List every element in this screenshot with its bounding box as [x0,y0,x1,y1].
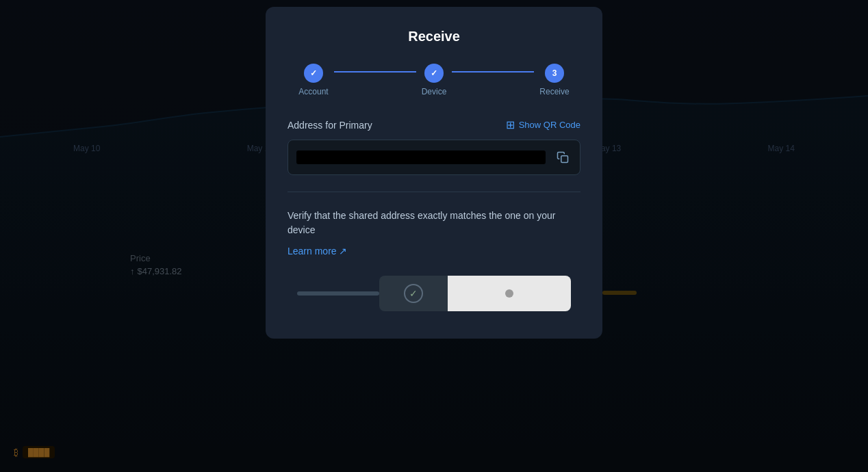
divider [288,192,580,192]
address-header: Address for Primary ⊞ Show QR Code [288,118,580,131]
address-label: Address for Primary [288,120,372,131]
address-text-redacted [296,150,546,164]
device-cable [297,291,379,296]
step-2-label: Device [422,87,447,96]
learn-more-link[interactable]: Learn more ↗ [288,246,347,257]
step-connector-1 [334,71,416,73]
step-1-circle: ✓ [304,64,323,83]
step-3-circle: 3 [545,64,564,83]
svg-rect-1 [561,156,568,163]
step-account: ✓ Account [298,64,328,96]
learn-more-icon: ↗ [339,246,347,257]
step-1-label: Account [298,87,328,96]
device-body: ✓ [379,276,448,311]
device-dot [505,289,513,298]
device-area: ✓ [288,276,580,311]
copy-address-button[interactable] [554,148,572,166]
step-device: ✓ Device [422,64,447,96]
learn-more-label: Learn more [288,246,337,257]
device-check-icon: ✓ [409,288,418,299]
show-qr-label: Show QR Code [519,120,580,130]
device-screen [448,276,571,311]
stepper: ✓ Account ✓ Device 3 Receive [288,64,580,96]
step-3-icon: 3 [552,68,557,78]
step-receive: 3 Receive [539,64,569,96]
modal-overlay: Receive ✓ Account ✓ Device 3 [0,0,868,472]
step-2-icon: ✓ [431,68,437,78]
receive-modal: Receive ✓ Account ✓ Device 3 [266,7,602,339]
verify-text: Verify that the shared address exactly m… [288,209,580,237]
show-qr-button[interactable]: ⊞ Show QR Code [506,118,580,131]
modal-title: Receive [288,29,580,44]
step-3-label: Receive [539,87,569,96]
verify-section: Verify that the shared address exactly m… [288,209,580,257]
step-1-icon: ✓ [310,68,317,78]
step-connector-2 [452,71,534,73]
qr-icon: ⊞ [506,118,515,131]
device-check-circle: ✓ [404,284,423,303]
step-2-circle: ✓ [424,64,444,83]
address-box [288,140,580,175]
